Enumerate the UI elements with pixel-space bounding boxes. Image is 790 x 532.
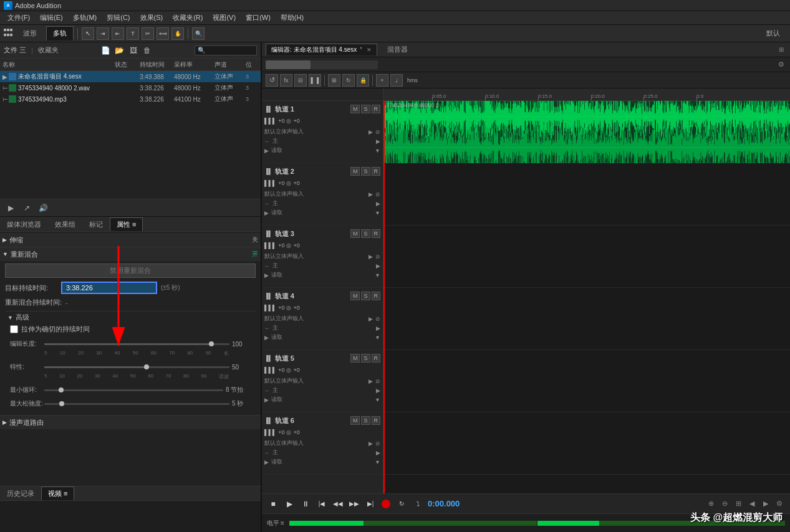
settings-icon[interactable]: ⚙ (776, 60, 786, 70)
tab-effects-group[interactable]: 效果组 (48, 217, 82, 231)
track-input-fx-2[interactable]: ⊘ (375, 191, 380, 197)
expand-arrow-2[interactable]: ⊢ (2, 96, 9, 103)
rec-btn[interactable] (382, 500, 390, 508)
editor-tab[interactable]: 编辑器: 未命名混音项目 4.sesx * ✕ (266, 44, 377, 55)
track-read-4[interactable]: 读取 (271, 333, 375, 341)
edit-length-thumb[interactable] (209, 341, 214, 346)
track-output-expand-5[interactable]: ▶ (376, 387, 380, 394)
media-btn[interactable]: 🖼 (128, 45, 139, 56)
tab-history[interactable]: 历史记录 (0, 487, 41, 500)
pb-scroll-right[interactable]: ▶ (760, 498, 771, 510)
track-read-expand-3[interactable]: ▼ (375, 272, 380, 278)
track-read-expand-1[interactable]: ▼ (375, 148, 380, 154)
advanced-header[interactable]: ▼ 高级 (5, 311, 256, 323)
track-input-fx-3[interactable]: ⊘ (375, 254, 380, 260)
max-slack-thumb[interactable] (59, 401, 64, 406)
track-input-6[interactable]: 默认立体声输入 (264, 439, 369, 447)
track-read-expand-2[interactable]: ▼ (375, 210, 380, 216)
et-loop-btn[interactable]: ↻ (342, 74, 355, 87)
et-remix-icon[interactable]: ↺ (266, 74, 278, 87)
track-s-1[interactable]: S (361, 105, 370, 113)
track-output-expand-6[interactable]: ▶ (376, 450, 380, 456)
menu-edit[interactable]: 编辑(E) (35, 12, 68, 24)
track-s-3[interactable]: S (361, 229, 370, 238)
menu-help[interactable]: 帮助(H) (276, 12, 309, 24)
track-s-5[interactable]: S (361, 354, 370, 363)
pb-zoom-in[interactable]: ⊕ (705, 498, 716, 510)
play-btn[interactable]: ▶ (5, 202, 16, 214)
stretch-header[interactable]: ▶ 伸缩 关 (0, 233, 261, 247)
track-input-3[interactable]: 默认立体声输入 (264, 252, 369, 260)
play-btn[interactable]: ▶ (283, 498, 296, 510)
loop-btn[interactable]: ↻ (395, 498, 408, 510)
tab-markers[interactable]: 标记 (82, 217, 110, 231)
track-read-expand-4[interactable]: ▼ (375, 335, 380, 341)
track-read-1[interactable]: 读取 (271, 146, 375, 154)
file-row-0[interactable]: ▶ 未命名混音项目 4.sesx 3:49.388 48000 Hz 立体声 3 (0, 71, 261, 82)
track-input-expand-2[interactable]: ▶ (369, 191, 373, 197)
track-s-2[interactable]: S (361, 167, 370, 176)
mixer-tab[interactable]: 混音器 (381, 43, 414, 56)
menu-window[interactable]: 窗口(W) (241, 12, 276, 24)
track-s-6[interactable]: S (361, 416, 370, 425)
track-input-expand-5[interactable]: ▶ (369, 378, 373, 384)
next-mark-btn[interactable]: ▶| (364, 498, 377, 510)
track-input-expand-1[interactable]: ▶ (369, 129, 373, 135)
pb-scroll-left[interactable]: ◀ (746, 498, 758, 510)
track-input-fx-5[interactable]: ⊘ (375, 378, 380, 384)
track-r-3[interactable]: R (372, 229, 381, 238)
tone-thumb[interactable] (144, 364, 149, 369)
expand-editor-btn[interactable]: ⊞ (776, 45, 786, 55)
menu-effects[interactable]: 效果(S) (135, 12, 168, 24)
favorites-tab-label[interactable]: 收藏夹 (38, 45, 59, 55)
et-metronome-btn[interactable]: ♩ (390, 74, 403, 87)
files-search-input[interactable] (195, 45, 257, 55)
et-fx-btn[interactable]: fx (280, 74, 292, 87)
new-file-btn[interactable]: 📄 (100, 45, 112, 56)
open-file-btn[interactable]: 📂 (114, 45, 125, 56)
prev-mark-btn[interactable]: |◀ (316, 498, 328, 510)
track-m-1[interactable]: M (350, 105, 360, 113)
export-btn[interactable]: ↗ (21, 202, 32, 214)
tab-video[interactable]: 视频 ≡ (41, 487, 74, 500)
menu-view[interactable]: 视图(V) (208, 12, 241, 24)
pb-settings[interactable]: ⚙ (774, 498, 785, 510)
track-m-3[interactable]: M (350, 229, 360, 238)
track-read-expand-6[interactable]: ▼ (375, 459, 380, 465)
menu-clip[interactable]: 剪辑(C) (102, 12, 135, 24)
menu-multitrack[interactable]: 多轨(M) (68, 12, 102, 24)
track-input-2[interactable]: 默认立体声输入 (264, 190, 369, 198)
menu-file[interactable]: 文件(F) (2, 12, 35, 24)
file-row-2[interactable]: ⊢ 3745334940.mp3 3:38.226 44100 Hz 立体声 3 (0, 93, 261, 105)
toolbar-in-btn[interactable]: ⇥ (97, 27, 109, 40)
track-m-6[interactable]: M (350, 416, 360, 425)
stretch-time-checkbox[interactable] (10, 325, 18, 333)
speaker-btn[interactable]: 🔊 (37, 202, 49, 214)
et-level-btn[interactable]: ▌▐ (309, 74, 321, 87)
track-r-6[interactable]: R (372, 416, 381, 425)
track-read-2[interactable]: 读取 (271, 209, 375, 217)
track-r-5[interactable]: R (372, 354, 381, 363)
tab-multitrack[interactable]: 多轨 (46, 26, 74, 40)
track-input-fx-1[interactable]: ⊘ (375, 129, 380, 135)
toolbar-trim-btn[interactable]: T (127, 27, 139, 40)
toolbar-razor-btn[interactable]: ✂ (142, 27, 154, 40)
toolbar-cursor-btn[interactable]: ↖ (82, 27, 94, 40)
track-r-2[interactable]: R (372, 167, 381, 176)
track-input-5[interactable]: 默认立体声输入 (264, 377, 369, 385)
pb-fit[interactable]: ⊞ (733, 498, 744, 510)
menu-favorites[interactable]: 收藏夹(R) (168, 12, 208, 24)
tab-waveform[interactable]: 波形 (16, 26, 44, 40)
toolbar-out-btn[interactable]: ⇤ (112, 27, 124, 40)
routing-header[interactable]: ▶ 漫声道路由 (0, 416, 261, 429)
tab-media-browser[interactable]: 媒体浏览器 (0, 217, 48, 231)
pause-btn[interactable]: ⏸ (299, 498, 312, 510)
target-duration-input[interactable] (61, 282, 157, 294)
track-output-expand-2[interactable]: ▶ (376, 201, 380, 207)
et-lock-btn[interactable]: 🔒 (357, 74, 369, 87)
skip-btn[interactable]: ⤵ (412, 498, 424, 510)
prev-btn[interactable]: ◀◀ (332, 498, 344, 510)
track-m-2[interactable]: M (350, 167, 360, 176)
track-input-fx-4[interactable]: ⊘ (375, 316, 380, 322)
track-output-expand-4[interactable]: ▶ (376, 325, 380, 331)
